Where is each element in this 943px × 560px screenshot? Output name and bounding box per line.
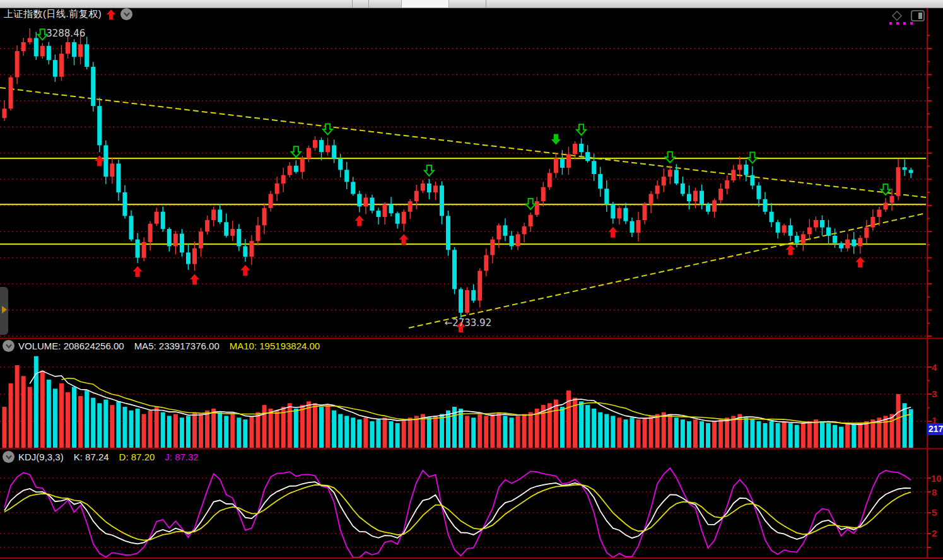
stock-app-window: { "window": { "title": "上证指数(日线.前复权)" },… bbox=[0, 0, 943, 560]
sell-arrow-hollow-icon bbox=[747, 153, 757, 163]
sell-arrow-hollow-icon bbox=[323, 124, 332, 134]
kdj-pane-header: KDJ(9,3,3) K: 87.24 D: 87.20 J: 87.32 bbox=[3, 451, 205, 463]
collapse-kdj-pane-button[interactable] bbox=[3, 451, 15, 463]
kdj-axis-tick: 2 bbox=[932, 528, 937, 539]
buy-arrow-icon bbox=[608, 227, 618, 238]
low-price-annotation: ←2733.92 bbox=[445, 317, 492, 329]
axis-frame bbox=[0, 8, 943, 558]
buy-arrow-icon bbox=[240, 265, 250, 276]
panel-toggle-icon[interactable] bbox=[910, 9, 925, 23]
collapse-volume-pane-button[interactable] bbox=[3, 340, 15, 352]
chevron-down-icon bbox=[5, 342, 13, 350]
sell-arrow-icon bbox=[551, 134, 561, 144]
kdj-k-value: K: 87.24 bbox=[74, 452, 109, 462]
sell-arrow-hollow-icon bbox=[577, 124, 586, 135]
diamond-outline-icon[interactable] bbox=[890, 9, 904, 23]
chevron-down-icon bbox=[123, 11, 131, 18]
volume-pane-header: VOLUME: 208624256.00 MA5: 233917376.00 M… bbox=[3, 340, 326, 352]
expand-left-panel-handle[interactable] bbox=[0, 287, 8, 335]
collapse-main-pane-button[interactable] bbox=[120, 8, 132, 20]
up-arrow-icon bbox=[105, 9, 117, 20]
latest-volume-badge: 217 bbox=[927, 423, 943, 435]
buy-arrow-icon bbox=[95, 155, 104, 166]
right-triangle-icon bbox=[2, 306, 7, 313]
kdj-label: KDJ(9,3,3) bbox=[18, 452, 64, 462]
kdj-axis-tick: 10 bbox=[931, 473, 942, 484]
sell-arrow-hollow-icon bbox=[526, 199, 536, 209]
kdj-j-value: J: 87.32 bbox=[165, 452, 198, 462]
buy-arrow-icon bbox=[786, 244, 795, 255]
high-price-annotation: 3288.46 bbox=[46, 28, 85, 39]
magenta-dots-indicator bbox=[889, 22, 913, 25]
sell-arrow-hollow-icon bbox=[425, 165, 434, 176]
volume-ma5: MA5: 233917376.00 bbox=[134, 341, 220, 351]
buy-arrow-icon bbox=[133, 266, 143, 277]
buy-arrow-icon bbox=[190, 274, 199, 284]
buy-arrow-icon bbox=[855, 257, 865, 267]
yellow-level-lines bbox=[0, 158, 926, 244]
volume-axis-tick: 4 bbox=[932, 362, 937, 373]
volume-value: VOLUME: 208624256.00 bbox=[18, 341, 124, 351]
instrument-title: 上证指数(日线.前复权) bbox=[4, 8, 102, 20]
kdj-lines bbox=[4, 468, 911, 557]
sell-arrow-hollow-icon bbox=[291, 146, 301, 157]
chevron-down-icon bbox=[5, 453, 13, 461]
volume-ma10: MA10: 195193824.00 bbox=[230, 341, 320, 351]
kdj-axis-tick: 5 bbox=[932, 507, 937, 518]
main-pane-header: 上证指数(日线.前复权) bbox=[4, 8, 132, 20]
kdj-axis-tick: 8 bbox=[932, 487, 937, 498]
kdj-d-value: D: 87.20 bbox=[119, 452, 155, 462]
buy-arrow-icon bbox=[354, 216, 364, 226]
chart-canvas[interactable]: 3288.46←2733.92 bbox=[0, 0, 943, 560]
buy-arrow-icon bbox=[399, 234, 409, 245]
volume-axis-tick: 3 bbox=[932, 388, 937, 399]
